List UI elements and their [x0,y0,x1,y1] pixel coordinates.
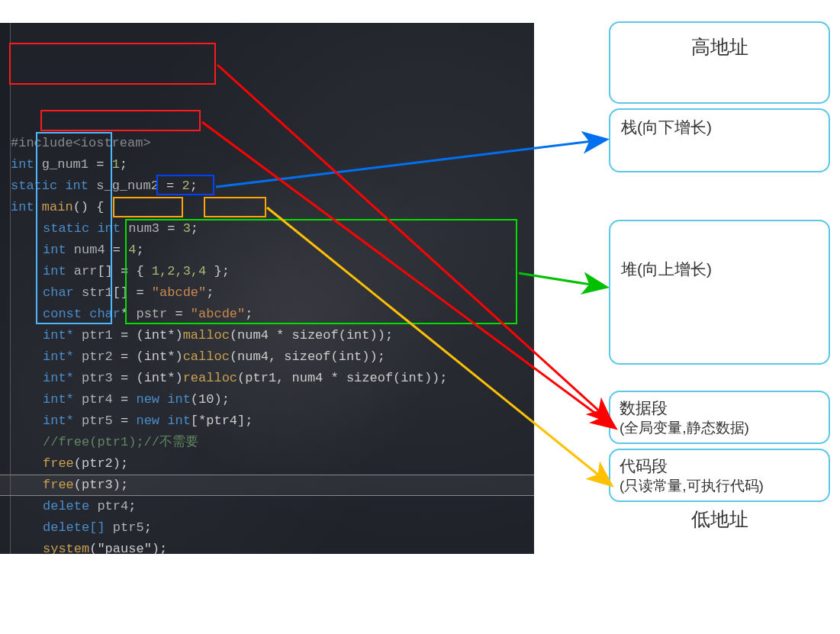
l4-kw: int [11,200,34,214]
code-segment-box: 代码段 (只读常量,可执行代码) [609,449,830,502]
mem-gap-2 [609,369,830,391]
data-segment-box: 数据段 (全局变量,静态数据) [609,391,830,444]
heap-box: 堆(向上增长) [609,220,830,365]
code-content: #include<iostream> int g_num1 = 1; stati… [11,111,533,554]
l1: #include<iostream> [11,136,151,150]
l3-kw: static int [11,179,89,193]
code-editor-panel: #include<iostream> int g_num1 = 1; stati… [0,23,534,554]
l2-kw: int [11,157,34,172]
low-address-label: 低地址 [609,507,830,532]
high-address-box: 高地址 [609,21,830,104]
stack-box: 栈(向下增长) [609,108,830,172]
memory-diagram: 高地址 栈(向下增长) 堆(向上增长) 数据段 (全局变量,静态数据) 代码段 … [609,21,830,536]
mem-gap-1 [609,177,830,220]
